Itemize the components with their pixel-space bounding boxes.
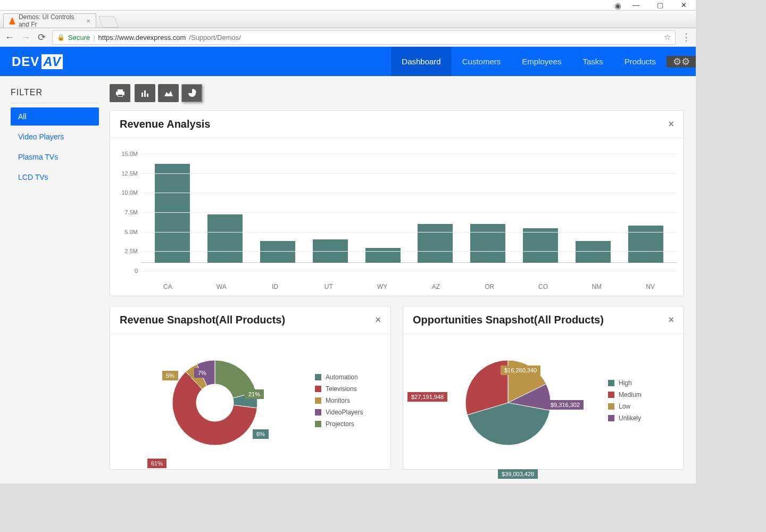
area-chart-button[interactable] [158, 84, 179, 102]
pie-chart-button[interactable] [181, 84, 202, 102]
bar-nv [628, 226, 663, 263]
panel-title: Opportunities Snapshot(All Products) [413, 314, 604, 326]
panel-close-icon[interactable]: × [375, 314, 381, 326]
svg-rect-3 [118, 95, 122, 96]
filter-all[interactable]: All [11, 107, 99, 126]
callout: 61% [147, 459, 166, 468]
chart-toolbar [110, 84, 684, 102]
settings-gear-icon[interactable]: ⚙⚙ [667, 56, 696, 68]
revenue-snapshot-panel: Revenue Snapshot(All Products) × 21%6%61… [110, 306, 391, 470]
profile-icon[interactable]: ◉ [614, 1, 621, 11]
svg-rect-5 [144, 90, 146, 97]
callout: 21% [245, 389, 264, 399]
secure-label: Secure [68, 34, 90, 41]
revenue-donut-chart: 21%6%61%5%7% [114, 360, 315, 445]
pie-legend: HighMediumLowUnlikely [608, 379, 677, 426]
area-chart-icon [164, 89, 173, 97]
bar-nm [576, 241, 611, 263]
maximize-button[interactable]: ▢ [648, 0, 672, 11]
bar-id [260, 241, 295, 263]
favicon-icon [9, 17, 15, 24]
omnibox[interactable]: 🔒 Secure | https://www.devexpress.com/Su… [52, 30, 676, 45]
tab-title: Demos: UI Controls and Fr [19, 13, 83, 28]
filter-plasma-tvs[interactable]: Plasma TVs [11, 148, 99, 166]
callout: $9,316,302 [547, 400, 584, 410]
url-path: /Support/Demos/ [189, 34, 241, 41]
browser-tab-strip: Demos: UI Controls and Fr × [0, 11, 696, 28]
main-area: Revenue Analysis × 02.5M5.0M7.5M10.0M12.… [110, 76, 696, 484]
bar-az [418, 224, 453, 263]
pie-chart-icon [188, 89, 196, 97]
filter-heading: FILTER [11, 88, 99, 103]
bar-wa [207, 214, 243, 263]
sidebar: FILTER AllVideo PlayersPlasma TVsLCD TVs [0, 76, 110, 484]
svg-marker-7 [164, 91, 173, 96]
panel-title: Revenue Analysis [120, 118, 210, 130]
svg-rect-4 [141, 93, 143, 97]
panel-close-icon[interactable]: × [668, 119, 674, 130]
bar-ca [155, 164, 190, 263]
nav-employees[interactable]: Employees [511, 47, 572, 76]
nav-customers[interactable]: Customers [452, 47, 512, 76]
address-bar: ← → ⟳ 🔒 Secure | https://www.devexpress.… [0, 28, 696, 47]
url-host: https://www.devexpress.com [98, 34, 186, 41]
callout: $27,191,948 [407, 392, 447, 402]
nav-products[interactable]: Products [614, 47, 667, 76]
bar-or [470, 224, 505, 263]
browser-tab[interactable]: Demos: UI Controls and Fr × [3, 13, 96, 28]
callout: 5% [162, 371, 178, 380]
svg-rect-6 [147, 94, 148, 97]
tab-close-icon[interactable]: × [86, 17, 90, 25]
forward-button[interactable]: → [20, 32, 31, 43]
bar-chart-icon [141, 89, 149, 97]
print-button[interactable] [110, 84, 130, 102]
minimize-button[interactable]: — [624, 0, 648, 11]
browser-menu-icon[interactable]: ⋮ [681, 31, 692, 43]
svg-rect-0 [118, 89, 123, 92]
close-window-button[interactable]: ✕ [672, 0, 696, 11]
top-nav: DashboardCustomersEmployeesTasksProducts [391, 47, 667, 76]
panel-title: Revenue Snapshot(All Products) [120, 314, 285, 326]
window-titlebar: ◉ — ▢ ✕ [0, 0, 696, 11]
nav-dashboard[interactable]: Dashboard [391, 47, 451, 76]
opportunities-pie-chart: $16,280,340$9,316,302$39,003,428$27,191,… [407, 360, 608, 445]
revenue-analysis-panel: Revenue Analysis × 02.5M5.0M7.5M10.0M12.… [110, 110, 684, 296]
app-logo: DEVAV [12, 54, 63, 69]
bar-co [523, 228, 558, 263]
panel-close-icon[interactable]: × [668, 314, 674, 326]
back-button[interactable]: ← [4, 32, 15, 43]
callout: 6% [253, 429, 269, 439]
app-header: DEVAV DashboardCustomersEmployeesTasksPr… [0, 47, 696, 76]
print-icon [115, 89, 125, 97]
filter-video-players[interactable]: Video Players [11, 128, 99, 146]
lock-icon: 🔒 [57, 34, 65, 41]
revenue-bar-chart: 02.5M5.0M7.5M10.0M12.5M15.0M [114, 146, 677, 279]
filter-lcd-tvs[interactable]: LCD TVs [11, 168, 99, 186]
bar-chart-button[interactable] [135, 84, 155, 102]
filter-list: AllVideo PlayersPlasma TVsLCD TVs [11, 107, 99, 186]
callout: 7% [194, 368, 210, 378]
bookmark-star-icon[interactable]: ☆ [664, 32, 671, 42]
new-tab-button[interactable] [98, 16, 119, 28]
callout: $39,003,428 [498, 469, 538, 479]
nav-tasks[interactable]: Tasks [572, 47, 613, 76]
bar-wy [365, 248, 401, 263]
opportunities-snapshot-panel: Opportunities Snapshot(All Products) × $… [403, 306, 684, 470]
reload-button[interactable]: ⟳ [36, 31, 47, 43]
callout: $16,280,340 [501, 365, 540, 375]
donut-legend: AutomationTelevisionsMonitorsVideoPlayer… [315, 373, 384, 432]
